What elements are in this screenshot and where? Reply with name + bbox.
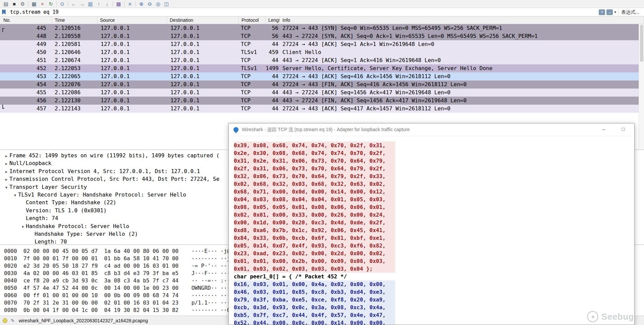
column-header-len[interactable]: Length	[266, 16, 280, 24]
packet-row[interactable]: 4532.122065127.0.0.1127.0.0.1TCP4427224 …	[0, 72, 639, 80]
collapse-arrow-icon[interactable]: ▾	[3, 184, 9, 192]
seebug-wordmark: Seebug	[601, 312, 634, 322]
detail-text: Content Type: Handshake (22)	[26, 199, 116, 206]
column-header-proto[interactable]: Protocol	[239, 16, 266, 24]
reload-file-icon[interactable]: ↻	[47, 1, 55, 7]
column-header-no[interactable]: No.	[0, 16, 52, 24]
apply-filter-icon[interactable]: →	[606, 9, 613, 15]
cell-source: 127.0.0.1	[97, 48, 167, 56]
minimize-button[interactable]: –	[600, 126, 607, 132]
expand-arrow-icon[interactable]: ▸	[3, 152, 9, 160]
follow-window-titlebar[interactable]: Wireshark · 追踪 TCP 流 (tcp.stream eq 19) …	[229, 123, 634, 136]
last-packet-icon[interactable]: ↓	[103, 1, 111, 7]
stream-client-line: 0x31, 0x2e, 0x31, 0x06, 0x73, 0x70, 0x64…	[234, 157, 395, 165]
column-header-info[interactable]: Info	[280, 16, 644, 24]
packet-row[interactable]: 4562.122130127.0.0.1127.0.0.1TCP44443 → …	[0, 97, 639, 105]
stream-client-line: 0x01, 0x03, 0x02, 0x03, 0x03, 0x03, 0x04…	[234, 265, 395, 273]
cell-length: 56	[266, 24, 280, 32]
filter-dropdown-icon[interactable]: ▾	[614, 10, 616, 14]
cell-info: 443 → 27224 [ACK] Seq=1456 Ack=417 Win=2…	[280, 89, 639, 97]
stop-capture-icon[interactable]: ■	[10, 1, 18, 7]
cell-time: 2.120674	[52, 56, 97, 64]
expand-arrow-icon[interactable]: ▸	[3, 168, 9, 176]
auto-scroll-icon[interactable]: ≡	[126, 1, 134, 7]
capture-comment-icon[interactable]: ✎	[11, 318, 15, 323]
cell-time: 2.120646	[52, 48, 97, 56]
first-packet-icon[interactable]: ↑	[95, 1, 103, 7]
detail-text: Null/Loopback	[9, 160, 51, 166]
cell-destination: 127.0.0.1	[167, 48, 239, 56]
find-packet-icon[interactable]: ⊙	[58, 1, 66, 7]
zoom-100-icon[interactable]: ◎	[154, 1, 162, 7]
stream-client-line: 0x23, 0xad, 0x23, 0x02, 0x00, 0x2d, 0x00…	[234, 250, 395, 257]
packet-row[interactable]: 4522.122053127.0.0.1127.0.0.1TLSv11499Se…	[0, 64, 639, 72]
close-file-icon[interactable]: ×	[38, 1, 47, 7]
collapse-arrow-icon[interactable]: ▾	[20, 223, 26, 231]
cell-protocol: TCP	[239, 72, 266, 80]
cell-time: 2.122065	[52, 72, 97, 80]
filter-separator	[8, 9, 8, 15]
stream-server-line: 0x52, 0x44, 0x00, 0x0c, 0x00, 0x14, 0x00…	[234, 319, 395, 325]
cell-no: 448	[0, 32, 52, 40]
go-forward-icon[interactable]: →	[78, 1, 86, 7]
capture-interfaces-icon[interactable]: ▤	[2, 1, 10, 7]
packet-row[interactable]: 4452.120516127.0.0.1127.0.0.1TCP5627224 …	[0, 24, 639, 32]
capture-options-icon[interactable]: ⚙	[18, 1, 27, 7]
collapse-arrow-icon[interactable]: ▾	[12, 192, 18, 199]
expand-arrow-icon[interactable]: ▸	[3, 160, 9, 168]
maximize-button[interactable]: □	[620, 126, 627, 132]
bookmark-icon[interactable]	[2, 10, 6, 15]
follow-window-title: Wireshark · 追踪 TCP 流 (tcp.stream eq 19) …	[242, 127, 410, 133]
expert-info-icon[interactable]	[3, 318, 7, 323]
expression-button[interactable]: 表达式...	[618, 8, 644, 16]
stream-server-line: 0x16, 0x03, 0x01, 0x00, 0x4a, 0x02, 0x00…	[234, 280, 395, 288]
column-header-time[interactable]: Time	[52, 16, 97, 24]
cell-destination: 127.0.0.1	[167, 89, 239, 97]
filter-input[interactable]: tcp.stream eq 19	[10, 9, 59, 15]
packet-row[interactable]: 4482.120558127.0.0.1127.0.0.1TCP56443 → …	[0, 32, 639, 40]
colorize-icon[interactable]: ▩	[114, 1, 123, 7]
wireshark-logo-icon	[232, 126, 239, 133]
toolbar-separator	[56, 1, 57, 6]
packet-row[interactable]: 4572.122143127.0.0.1127.0.0.1TCP4427224 …	[0, 105, 639, 113]
column-header-src[interactable]: Source	[97, 16, 167, 24]
toolbar-separator	[124, 1, 124, 6]
expand-arrow-icon[interactable]: ▸	[3, 176, 9, 183]
clear-filter-icon[interactable]: ×	[599, 9, 605, 15]
filter-bar: tcp.stream eq 19 × → ▾ 表达式...	[0, 8, 644, 16]
packet-row[interactable]: 4552.122086127.0.0.1127.0.0.1TCP44443 → …	[0, 89, 639, 97]
cell-destination: 127.0.0.1	[167, 32, 239, 40]
seebug-logo-icon	[587, 311, 598, 322]
stream-client-line: 0x32, 0x06, 0x73, 0x70, 0x64, 0x79, 0x2f…	[234, 172, 395, 180]
stream-client-line: 0x2f, 0x31, 0x06, 0x73, 0x70, 0x64, 0x79…	[234, 165, 395, 172]
cell-no: 450	[0, 48, 52, 56]
column-header-dst[interactable]: Destination	[167, 16, 239, 24]
zoom-out-icon[interactable]: ⊖	[146, 1, 154, 7]
cell-time: 2.120581	[52, 40, 97, 48]
packet-row[interactable]: 4512.120674127.0.0.1127.0.0.1TCP44443 → …	[0, 56, 639, 64]
cell-time: 2.122076	[52, 80, 97, 89]
resize-columns-icon[interactable]: ◫	[162, 1, 171, 7]
go-to-packet-icon[interactable]: ▥	[86, 1, 95, 7]
stream-client-line: 0xd8, 0xa6, 0x7b, 0x1c, 0x92, 0x06, 0x45…	[234, 226, 395, 234]
cell-time: 2.122130	[52, 97, 97, 105]
stream-client-line: 0x05, 0x14, 0xd7, 0x4f, 0x93, 0xc3, 0xf6…	[234, 242, 395, 250]
stream-bracket	[2, 105, 4, 109]
cell-time: 2.122053	[52, 64, 97, 72]
packet-row[interactable]: 4502.120646127.0.0.1127.0.0.1TLSv1459Cli…	[0, 48, 639, 56]
stream-content[interactable]: 0x39, 0x08, 0x68, 0x74, 0x74, 0x70, 0x2f…	[229, 136, 634, 325]
cell-length: 44	[266, 40, 280, 48]
packet-list-scrollbar[interactable]	[639, 24, 644, 150]
cell-destination: 127.0.0.1	[167, 56, 239, 64]
stream-client-line: 0x84, 0x33, 0x0b, 0xcb, 0x6f, 0x81, 0xbf…	[234, 234, 395, 242]
scrollbar-thumb[interactable]	[640, 25, 643, 62]
packet-row[interactable]: 4542.122076127.0.0.1127.0.0.1TCP4427224 …	[0, 80, 639, 89]
packet-list-header[interactable]: No.TimeSourceDestinationProtocolLengthIn…	[0, 16, 644, 24]
open-file-icon[interactable]: ▦	[30, 1, 38, 7]
cell-no: 449	[0, 40, 52, 48]
stream-server-line: 0xcb, 0x3d, 0x93, 0x0c, 0x3a, 0x08, 0xc3…	[234, 304, 395, 311]
go-back-icon[interactable]: ←	[69, 1, 78, 7]
packet-row[interactable]: 4492.120581127.0.0.1127.0.0.1TCP4427224 …	[0, 40, 639, 48]
cell-source: 127.0.0.1	[97, 89, 167, 97]
zoom-in-icon[interactable]: ⊕	[137, 1, 146, 7]
